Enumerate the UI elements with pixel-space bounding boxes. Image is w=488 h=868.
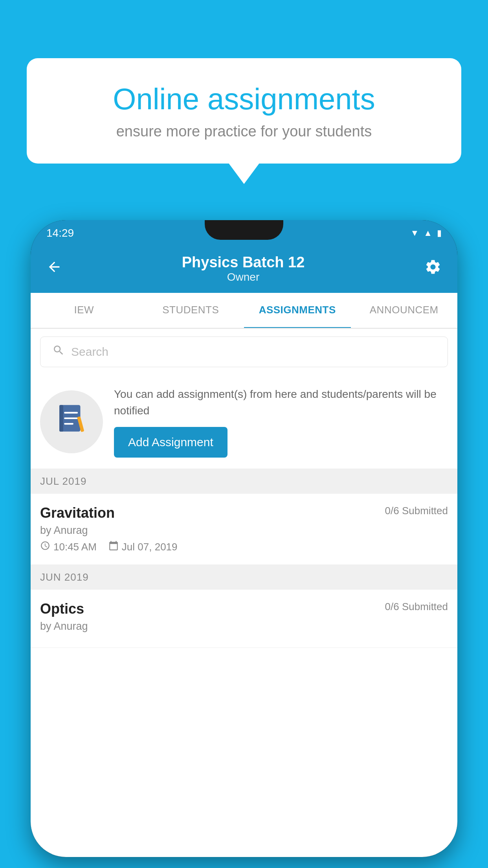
battery-icon: ▮ <box>437 228 442 238</box>
assignment-submitted-optics: 0/6 Submitted <box>385 601 448 613</box>
assignment-meta: 10:45 AM Jul 07, 2019 <box>40 541 448 554</box>
tab-assignments[interactable]: ASSIGNMENTS <box>244 293 351 329</box>
signal-icon: ▲ <box>424 228 432 238</box>
search-placeholder: Search <box>71 345 108 359</box>
section-jul-2019: JUL 2019 <box>31 469 457 494</box>
assignment-submitted: 0/6 Submitted <box>385 505 448 517</box>
tab-iew[interactable]: IEW <box>31 293 138 328</box>
add-assignment-button[interactable]: Add Assignment <box>114 427 227 458</box>
status-time: 14:29 <box>46 227 74 239</box>
svg-rect-1 <box>59 405 63 432</box>
assignment-header-row-optics: Optics 0/6 Submitted <box>40 601 448 617</box>
speech-bubble-container: Online assignments ensure more practice … <box>27 58 461 164</box>
assignment-title-optics: Optics <box>40 601 84 617</box>
speech-bubble-title: Online assignments <box>54 82 434 116</box>
assignment-header-row: Gravitation 0/6 Submitted <box>40 505 448 521</box>
back-button[interactable] <box>46 259 62 278</box>
settings-button[interactable] <box>424 258 442 279</box>
batch-subtitle: Owner <box>182 271 305 283</box>
assignment-time: 10:45 AM <box>40 541 97 554</box>
back-arrow-icon <box>46 259 62 275</box>
search-bar[interactable]: Search <box>40 337 448 367</box>
promo-text-block: You can add assignment(s) from here and … <box>114 386 448 458</box>
clock-icon <box>40 541 50 554</box>
app-header: Physics Batch 12 Owner <box>31 246 457 293</box>
assignment-author: by Anurag <box>40 524 448 537</box>
tab-announcements[interactable]: ANNOUNCEM <box>351 293 458 328</box>
assignment-date: Jul 07, 2019 <box>108 541 178 554</box>
gear-icon <box>424 258 442 276</box>
batch-title: Physics Batch 12 <box>182 254 305 271</box>
header-title-block: Physics Batch 12 Owner <box>182 254 305 283</box>
status-icons: ▼ ▲ ▮ <box>410 228 442 238</box>
promo-card: You can add assignment(s) from here and … <box>31 375 457 469</box>
calendar-icon <box>108 541 119 554</box>
assignment-icon-circle <box>40 390 103 453</box>
speech-bubble-subtitle: ensure more practice for your students <box>54 123 434 140</box>
assignment-item-gravitation[interactable]: Gravitation 0/6 Submitted by Anurag 10:4… <box>31 494 457 565</box>
search-icon <box>52 344 65 360</box>
tab-students[interactable]: STUDENTS <box>138 293 244 328</box>
tabs-bar: IEW STUDENTS ASSIGNMENTS ANNOUNCEM <box>31 293 457 329</box>
phone-frame: 14:29 ▼ ▲ ▮ Physics Batch 12 Owner <box>31 220 457 857</box>
notebook-icon <box>54 401 89 443</box>
section-jun-2019: JUN 2019 <box>31 565 457 590</box>
phone-screen: IEW STUDENTS ASSIGNMENTS ANNOUNCEM Searc… <box>31 293 457 857</box>
search-container: Search <box>31 329 457 375</box>
promo-description: You can add assignment(s) from here and … <box>114 386 448 419</box>
assignment-item-optics[interactable]: Optics 0/6 Submitted by Anurag <box>31 590 457 648</box>
speech-bubble: Online assignments ensure more practice … <box>27 58 461 164</box>
wifi-icon: ▼ <box>410 228 419 238</box>
assignment-title: Gravitation <box>40 505 115 521</box>
status-bar: 14:29 ▼ ▲ ▮ <box>31 220 457 246</box>
assignment-author-optics: by Anurag <box>40 620 448 633</box>
